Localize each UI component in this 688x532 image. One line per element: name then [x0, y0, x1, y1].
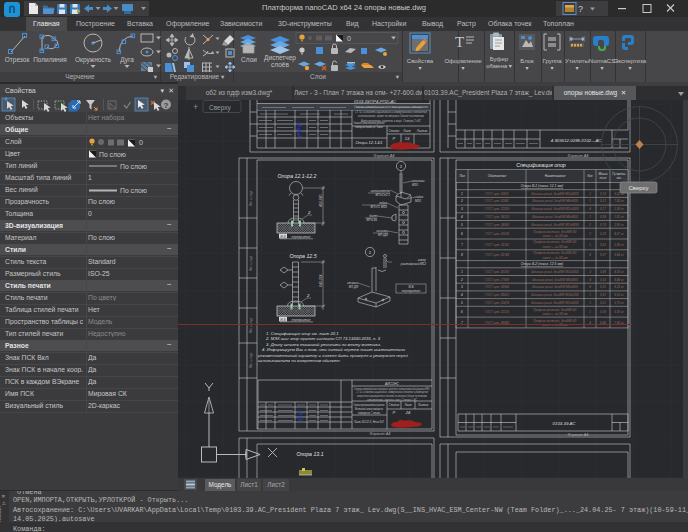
svg-text:0103.39/ПР4-РП2/-АС: 0103.39/ПР4-РП2/-АС	[354, 100, 396, 104]
svg-text:0,31: 0,31	[600, 285, 606, 289]
svg-text:далее — до 3D мм: далее — до 3D мм	[543, 234, 568, 238]
svg-text:6,29 кг: 6,29 кг	[614, 285, 624, 289]
svg-text:Шпилька резьб. StratNW М12х800: Шпилька резьб. StratNW М12х8000	[531, 223, 579, 227]
svg-text:Лист: Лист	[403, 403, 412, 407]
svg-text:Шпилька резьб. StratNW М14х200: Шпилька резьб. StratNW М14х2000	[531, 293, 579, 297]
svg-text:0,99: 0,99	[600, 310, 606, 314]
svg-text:0,21: 0,21	[600, 199, 606, 203]
svg-text:ГОСТ арт. 27998: ГОСТ арт. 27998	[485, 278, 509, 282]
svg-text:Шпилька резьб. StratNW М15х900: Шпилька резьб. StratNW М15х9000	[531, 301, 579, 305]
svg-text:перекрытие: перекрытие	[292, 235, 311, 239]
svg-text:0,17: 0,17	[600, 207, 606, 211]
svg-text:Сверху: Сверху	[628, 185, 648, 191]
svg-text:Отрезок: Отрезок	[5, 56, 30, 64]
svg-text:3: 3	[589, 270, 591, 274]
svg-text:4,57 кг: 4,57 кг	[614, 232, 624, 236]
svg-text:Шпилька резьб. StratNW М9х6000: Шпилька резьб. StratNW М9х6000	[532, 278, 578, 282]
svg-text:Профиль монтажн. StratNW 41/: Профиль монтажн. StratNW 41/	[533, 240, 578, 244]
svg-text:Формат А4: Формат А4	[370, 432, 391, 436]
svg-text:3. Длину шпилек значковой уто: 3. Длину шпилек значковой уточнить по ме…	[266, 342, 381, 347]
svg-text:2,38 кг: 2,38 кг	[613, 207, 624, 211]
svg-text:ГОСТ арт. 26748: ГОСТ арт. 26748	[485, 253, 509, 257]
svg-text:Лист: Лист	[402, 129, 411, 133]
svg-text:?: ?	[164, 101, 169, 110]
svg-text:Слои: Слои	[241, 56, 257, 63]
svg-text:МТб.35: МТб.35	[366, 218, 377, 222]
svg-text:2: 2	[306, 293, 310, 298]
svg-text:2: 2	[460, 278, 463, 282]
svg-text:Формат А4: Формат А4	[374, 154, 395, 158]
svg-text:Полилиния: Полилиния	[33, 56, 67, 63]
svg-text:МТ.ДЯ: МТ.ДЯ	[349, 285, 359, 289]
svg-text:ГОСТ арт. 23192: ГОСТ арт. 23192	[485, 243, 509, 247]
svg-text:1. Спецификация опор см. лист: 1. Спецификация опор см. лист 20.1	[266, 331, 339, 336]
svg-text:Шпилька резьб. StratNW М9х3000: Шпилька резьб. StratNW М9х3000	[532, 285, 578, 289]
svg-text:1: 1	[461, 270, 463, 274]
svg-text:перекрытие: перекрытие	[292, 318, 311, 322]
svg-text:ГОСТ арт. 36022: ГОСТ арт. 36022	[485, 293, 509, 297]
svg-text:5: 5	[461, 301, 463, 305]
svg-text:Опора 12.1-12.2: Опора 12.1-12.2	[278, 173, 317, 179]
svg-text:рекомендательный характер и до: рекомендательный характер и должен быть …	[257, 353, 408, 358]
svg-text:3: 3	[461, 207, 463, 211]
svg-text:1: 1	[589, 293, 591, 297]
svg-text:1: 1	[589, 192, 591, 196]
svg-text:4: 4	[589, 278, 591, 282]
svg-text:2,83 кг: 2,83 кг	[613, 223, 624, 227]
svg-text:1: 1	[589, 199, 591, 203]
svg-text:Шпилька резьб. StratNW М15х900: Шпилька резьб. StratNW М15х9000	[531, 270, 579, 274]
svg-text:4: 4	[589, 207, 591, 211]
svg-text:По слою: По слою	[120, 187, 147, 194]
svg-text:далее — до 3D мм: далее — до 3D мм	[543, 245, 568, 249]
svg-text:Сверху: Сверху	[209, 104, 231, 112]
svg-text:1: 1	[589, 301, 591, 305]
svg-text:МТн7L М10: МТн7L М10	[371, 205, 388, 209]
svg-text:«Т. Ч» и объект социального и: «Т. Ч» и объект социального и коммунальн…	[355, 110, 428, 114]
svg-text:640-214: 640-214	[319, 274, 323, 287]
svg-text:2: 2	[588, 232, 591, 236]
svg-text:6,53 кг: 6,53 кг	[614, 293, 624, 297]
svg-text:помещения завода на 7 этаже: помещения завода на 7 этаже	[355, 125, 383, 129]
svg-text:АИСОНС: АИСОНС	[384, 382, 399, 386]
svg-text:МТнСе2 1: МТнСе2 1	[376, 193, 391, 197]
svg-text:Р: Р	[393, 410, 396, 415]
svg-text:0,82: 0,82	[600, 243, 606, 247]
svg-text:4: 4	[589, 253, 591, 257]
svg-text:Наименование: Наименование	[545, 174, 566, 178]
svg-text:ГОСТ арт. 22129: ГОСТ арт. 22129	[485, 310, 509, 314]
svg-text:Р: Р	[393, 136, 396, 141]
svg-text:450-580: 450-580	[319, 194, 323, 207]
svg-text:2: 2	[460, 199, 463, 203]
svg-text:Стадия: Стадия	[389, 129, 400, 133]
svg-text:далее — до 3D мм: далее — до 3D мм	[543, 312, 568, 316]
svg-text:0: 0	[139, 139, 143, 146]
svg-text:использование, кроме на втором: использование, кроме на втором и Чекове …	[358, 114, 425, 118]
svg-text:0,48: 0,48	[600, 270, 606, 274]
svg-text:ГОСТ арт. 24363: ГОСТ арт. 24363	[485, 223, 509, 227]
svg-text:1: 1	[461, 192, 463, 196]
svg-text:2. МЭХ шаг опор принят соглас: 2. МЭХ шаг опор принят согласно СП 73.13…	[265, 336, 381, 341]
svg-text:Инв. № подл.: Инв. № подл.	[249, 190, 253, 206]
svg-text:встроенного-пристроенного объе: встроенного-пристроенного объекта на вто…	[357, 394, 427, 398]
svg-text:Опора 12.1-Б1: Опора 12.1-Б1	[355, 140, 382, 145]
svg-text:0: 0	[347, 35, 351, 42]
svg-text:0,53: 0,53	[600, 278, 606, 282]
svg-text:6: 6	[461, 232, 463, 236]
svg-text:Стадия: Стадия	[389, 403, 400, 407]
svg-text:ГОСТ арт. 39954: ГОСТ арт. 39954	[485, 285, 509, 289]
svg-text:0,97: 0,97	[600, 253, 606, 257]
svg-text:Опора 13.1: Опора 13.1	[296, 451, 323, 457]
svg-text:ГОСТ арт. 30293: ГОСТ арт. 30293	[485, 270, 509, 274]
svg-text:1: 1	[589, 215, 591, 219]
svg-text:перекрытие: перекрытие	[402, 289, 421, 293]
svg-text:ГОСТ арт. 22289: ГОСТ арт. 22289	[485, 207, 509, 211]
svg-text:13: 13	[405, 136, 410, 141]
svg-text:Опора В-2 (показ. 12.5 мм): Опора В-2 (показ. 12.5 мм)	[521, 262, 563, 266]
svg-text:Окружность: Окружность	[75, 56, 112, 64]
svg-text:Стоянки автомобильные закрытог: Стоянки автомобильные закрытого хранения…	[354, 105, 428, 109]
svg-text:Профиль монтажн. StratNW 41/: Профиль монтажн. StratNW 41/	[533, 319, 578, 323]
svg-text:0,79: 0,79	[600, 223, 606, 227]
svg-text:?: ?	[578, 4, 583, 14]
svg-text:7,63 кг: 7,63 кг	[614, 199, 624, 203]
svg-text:Формат А4: Формат А4	[568, 433, 589, 437]
